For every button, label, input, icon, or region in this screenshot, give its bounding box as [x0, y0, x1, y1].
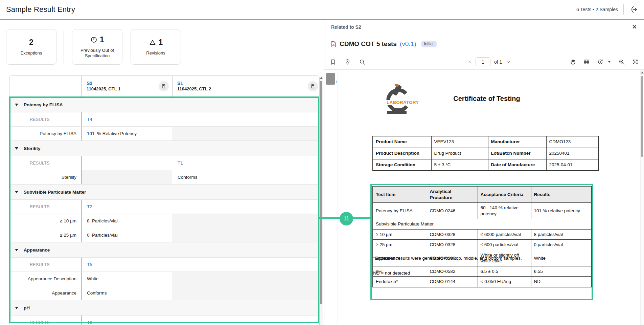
result-cell-s2[interactable]: T5: [82, 258, 172, 272]
chevron-up-icon[interactable]: [466, 59, 472, 65]
row-label: Appearance Description: [9, 272, 82, 286]
results-cell: CDMO-0144: [427, 277, 478, 287]
sample-column-s1[interactable]: S1 11042025, CTL 2: [172, 76, 319, 97]
summary-cards: 2 Exceptions 1 Previously Out of Specifi…: [6, 29, 181, 65]
value-cell-s1[interactable]: [172, 286, 319, 300]
result-cell-s2[interactable]: T4: [82, 112, 172, 126]
exit-icon[interactable]: [629, 5, 638, 14]
value-cell-s2[interactable]: 101 % Relative Potency: [82, 127, 172, 140]
sample-id-link[interactable]: S1: [177, 81, 319, 87]
row-label: Appearance: [9, 286, 82, 300]
zoom-in-icon[interactable]: [618, 59, 625, 65]
results-row: ≥ 25 µmCDMO-0328≤ 600 particles/vial0 pa…: [373, 240, 591, 250]
value-cell-s2[interactable]: 0 Particles/vial: [82, 228, 172, 242]
sample-document-button[interactable]: [159, 81, 169, 91]
location-pin-icon[interactable]: [344, 59, 351, 65]
test-link-t1[interactable]: T1: [178, 160, 183, 166]
document-version-link[interactable]: (v0.1): [400, 40, 416, 48]
info-label: Product Description: [373, 148, 431, 159]
exceptions-count: 2: [29, 38, 33, 47]
results-row: Potency by ELISACDMO-024660 - 140 % rela…: [373, 203, 591, 219]
rotate-icon[interactable]: [597, 59, 604, 65]
value-cell-s2[interactable]: Conforms: [82, 286, 172, 300]
section-header-ph[interactable]: pH: [9, 300, 319, 315]
value-cell-s1[interactable]: [172, 127, 319, 140]
chevron-down-icon[interactable]: [506, 59, 511, 65]
test-link-t3[interactable]: T3: [87, 320, 92, 325]
info-value: 20250401: [546, 148, 599, 159]
result-cell-s2[interactable]: T3: [82, 316, 172, 325]
previously-oos-count: 1: [100, 35, 104, 44]
value-cell-s2[interactable]: 8 Particles/vial: [82, 214, 172, 228]
row-label: ≥ 25 µm: [9, 228, 82, 242]
result-cell-s1[interactable]: T1: [172, 156, 319, 170]
result-cell-s1[interactable]: [172, 258, 319, 272]
close-icon[interactable]: ✕: [632, 24, 637, 30]
results-label: RESULTS: [9, 112, 82, 126]
related-panel-header: Related to S2 ✕: [324, 20, 644, 34]
document-title-link[interactable]: CDMO COT 5 tests: [340, 40, 397, 48]
result-cell-s2[interactable]: T2: [82, 200, 172, 214]
left-grid-scrollbar[interactable]: [320, 75, 323, 325]
pan-hand-icon[interactable]: [570, 58, 576, 65]
table-grid-icon[interactable]: [583, 59, 590, 65]
result-value: Conforms: [87, 290, 107, 296]
result-cell-s2[interactable]: [82, 156, 172, 170]
info-row: Product NameVEEV123ManufacturerCDMO123: [373, 136, 599, 148]
scroll-up-arrow[interactable]: [320, 77, 323, 79]
result-cell-s1[interactable]: [172, 112, 319, 126]
header-divider: [623, 4, 624, 15]
scrollbar-thumb[interactable]: [641, 76, 643, 157]
page-thumbnail[interactable]: [326, 73, 335, 85]
nd-footnote: ND = not detected: [373, 270, 410, 276]
results-row-appearance: RESULTST5: [9, 257, 319, 272]
page-number-input[interactable]: [476, 57, 490, 66]
exceptions-card[interactable]: 2 Exceptions: [6, 29, 56, 65]
scrollbar-thumb[interactable]: [320, 81, 322, 304]
pdf-scrollbar[interactable]: [640, 70, 644, 325]
section-title: Sterility: [24, 146, 41, 151]
fullscreen-icon[interactable]: [632, 59, 639, 65]
value-cell-s2[interactable]: [82, 170, 172, 184]
section-header-appearance[interactable]: Appearance: [9, 242, 319, 257]
value-row-appearance-description: Appearance DescriptionWhite: [9, 272, 319, 286]
revisions-card[interactable]: 1 Revisions: [131, 29, 181, 65]
value-cell-s2[interactable]: White: [82, 272, 172, 286]
value-cell-s1[interactable]: [172, 214, 319, 228]
laboratory-logo: LABORATORY: [377, 84, 421, 115]
chevron-down-icon: [15, 147, 18, 150]
test-link-t2[interactable]: T2: [87, 204, 92, 209]
page-title: Sample Result Entry: [6, 5, 75, 14]
logo-text: LABORATORY: [386, 100, 420, 105]
page-count-label: of 1: [494, 59, 502, 65]
caret-down-icon[interactable]: [607, 60, 612, 64]
product-info-table: Product NameVEEV123ManufacturerCDMO123Pr…: [372, 136, 599, 171]
results-cell: Potency by ELISA: [373, 203, 427, 219]
bookmark-icon[interactable]: [330, 59, 336, 65]
results-cell: 0 particles/vial: [531, 240, 591, 250]
test-link-t4[interactable]: T4: [87, 117, 92, 122]
section-header-subvisible-particulate-matter[interactable]: Subvisible Particulate Matter: [9, 184, 319, 199]
results-cell: ≤ 6000 particles/vial: [478, 229, 531, 240]
value-cell-s1[interactable]: [172, 228, 319, 242]
section-header-sterility[interactable]: Sterility: [9, 140, 319, 156]
info-row: Storage Condition5 ± 3 °CDate of Manufac…: [373, 159, 599, 171]
chevron-down-icon: [15, 249, 18, 251]
test-link-t5[interactable]: T5: [87, 262, 92, 267]
value-cell-s1[interactable]: [172, 272, 319, 286]
result-cell-s1[interactable]: [172, 316, 319, 325]
info-label: Manufacturer: [488, 136, 546, 148]
status-badge: Initial: [421, 41, 437, 47]
sample-document-button[interactable]: [308, 81, 318, 91]
result-value: White: [87, 276, 99, 281]
section-header-potency-by-elisa[interactable]: Potency by ELISA: [9, 97, 319, 112]
thumbnail-strip: 1: [324, 70, 338, 325]
result-cell-s1[interactable]: [172, 200, 319, 214]
pdf-toolbar: of 1: [324, 54, 644, 70]
scroll-up-arrow[interactable]: [641, 71, 644, 73]
search-icon[interactable]: [359, 59, 366, 65]
value-cell-s1[interactable]: Conforms: [172, 170, 319, 184]
previously-oos-card[interactable]: 1 Previously Out of Specification: [72, 29, 122, 65]
sample-column-s2[interactable]: S2 11042025, CTL 1: [82, 76, 172, 97]
info-label: Date of Manufacture: [488, 159, 546, 171]
